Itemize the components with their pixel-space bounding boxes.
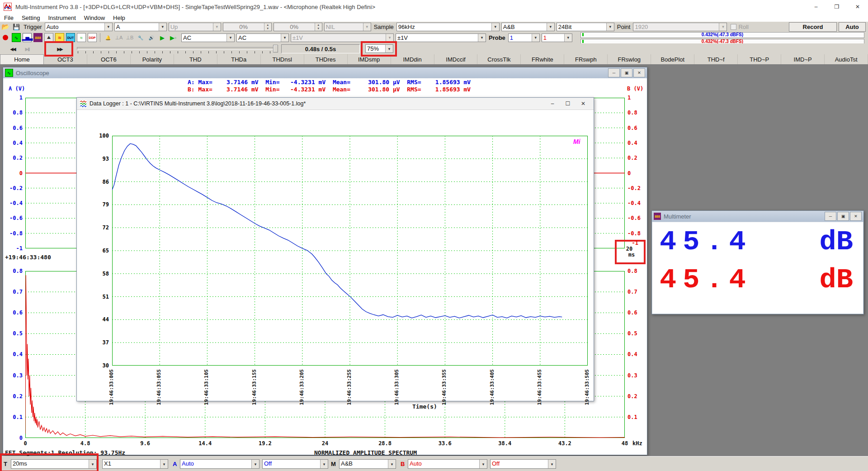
- record-points-select: 1920: [633, 23, 727, 31]
- minimize-icon[interactable]: –: [806, 0, 826, 14]
- sampling-channels-select[interactable]: A&B: [501, 23, 555, 31]
- range-b-select[interactable]: ±1V: [396, 33, 486, 42]
- tab-imdccif[interactable]: IMDccif: [434, 54, 478, 64]
- menu-help[interactable]: Help: [109, 14, 129, 21]
- spinner-arrows-icon[interactable]: ▲▼: [264, 23, 271, 31]
- menu-file[interactable]: File: [0, 14, 18, 21]
- tab-thda[interactable]: THDa: [217, 54, 261, 64]
- close-icon[interactable]: ✕: [850, 212, 862, 221]
- play-record-icon[interactable]: ▶○: [169, 33, 178, 42]
- restore-icon[interactable]: ▣: [621, 68, 632, 77]
- tab-polarity[interactable]: Polarity: [131, 54, 174, 64]
- fast-forward-button[interactable]: ▶▶: [53, 44, 66, 54]
- position-slider[interactable]: [77, 47, 278, 50]
- coupling-b-select[interactable]: AC: [236, 33, 289, 42]
- channel-b-range-select[interactable]: Auto: [408, 459, 487, 469]
- sound-device-icon[interactable]: 🔊: [147, 33, 156, 42]
- record-icon[interactable]: [1, 33, 10, 42]
- axis-tick-label: 0.3: [13, 372, 23, 379]
- data-logger-x-axis: 19:46:33:00519:46:33:05519:46:33:10519:4…: [112, 367, 588, 409]
- trigger-delay-spinner[interactable]: 0% ▲▼: [274, 23, 322, 31]
- axis-tick-label: 0.8: [627, 109, 637, 116]
- menu-instrument[interactable]: Instrument: [44, 14, 80, 21]
- math-channel-select[interactable]: A&B: [339, 459, 396, 469]
- speed-percent-select[interactable]: 75%: [365, 44, 393, 53]
- tab-frswph[interactable]: FRswph: [564, 54, 608, 64]
- data-logger-title: Data Logger : 1 - C:\VIRTINS Multi-Instr…: [90, 100, 306, 107]
- tab-thd~p[interactable]: THD~P: [738, 54, 781, 64]
- tab-thd[interactable]: THD: [174, 54, 217, 64]
- trigger-edge-select: Up: [169, 23, 221, 31]
- ddp-viewer-icon[interactable]: DDP: [88, 33, 97, 42]
- scope-left-axis-top: 10.80.60.40.20-0.2-0.4-0.6-0.8-1: [3, 98, 24, 248]
- tab-frswlog[interactable]: FRswlog: [608, 54, 651, 64]
- tab-oct3[interactable]: OCT3: [44, 54, 87, 64]
- minimize-icon[interactable]: ─: [825, 212, 836, 221]
- trigger-mode-select[interactable]: Auto: [45, 23, 113, 31]
- spinner-arrows-icon[interactable]: ▲▼: [315, 23, 322, 31]
- restore-icon[interactable]: ▣: [837, 212, 849, 221]
- calibration-icon[interactable]: 🔧: [136, 33, 145, 42]
- tab-frwhite[interactable]: FRwhite: [521, 54, 564, 64]
- tab-imddin[interactable]: IMDdin: [391, 54, 434, 64]
- spectrum-analyzer-icon[interactable]: ▂▅▃: [23, 33, 32, 42]
- tab-imd~p[interactable]: IMD~P: [781, 54, 825, 64]
- auto-scale-button[interactable]: Auto: [839, 22, 866, 32]
- tab-audiotst[interactable]: AudioTst: [825, 54, 868, 64]
- tab-thd~f[interactable]: THD~f: [694, 54, 738, 64]
- toolbar-sampling: 📂 💾 Trigger Auto A Up 0% ▲▼ 0% ▲▼ NIL Sa…: [0, 22, 868, 32]
- trigger-source-select[interactable]: A: [114, 23, 167, 31]
- menu-window[interactable]: Window: [80, 14, 109, 21]
- axis-tick-label: 0.4: [627, 351, 637, 357]
- tab-thdnsl[interactable]: THDnsl: [261, 54, 304, 64]
- sweep-time-select[interactable]: 20ms: [11, 459, 97, 469]
- channel-b-function-select[interactable]: Off: [490, 459, 556, 469]
- channel-a-function-select[interactable]: Off: [262, 459, 328, 469]
- close-icon[interactable]: ✕: [847, 0, 868, 14]
- toolbar-separator: [100, 33, 100, 42]
- tab-bodeplot[interactable]: BodePlot: [651, 54, 694, 64]
- axis-tick-label: 58: [103, 271, 109, 277]
- probe-b-select[interactable]: 1: [542, 33, 572, 42]
- save-file-icon[interactable]: 💾: [12, 22, 21, 31]
- play-icon[interactable]: ▶: [158, 33, 167, 42]
- trigger-level-spinner[interactable]: 0% ▲▼: [223, 23, 272, 31]
- data-logger-title-bar[interactable]: Data Logger : 1 - C:\VIRTINS Multi-Instr…: [77, 98, 594, 110]
- data-logger-icon[interactable]: ≈: [77, 33, 86, 42]
- sampling-rate-select[interactable]: 96kHz: [396, 23, 500, 31]
- signal-generator-icon[interactable]: ≋: [55, 33, 64, 42]
- oscilloscope-title-bar[interactable]: ∿ Oscilloscope ─ ▣ ✕: [3, 67, 647, 78]
- time-tick-label: 19:46:33:405: [489, 369, 495, 405]
- frequency-tick-label: 9.6: [140, 440, 150, 447]
- tab-imdsmp[interactable]: IMDsmp: [348, 54, 391, 64]
- probe-a-select[interactable]: 1: [508, 33, 540, 42]
- multimeter-icon[interactable]: 888: [33, 33, 42, 42]
- minimize-icon[interactable]: ─: [608, 68, 620, 77]
- tab-thdres[interactable]: THDres: [304, 54, 348, 64]
- close-icon[interactable]: ✕: [633, 68, 645, 77]
- maximize-icon[interactable]: ❐: [826, 0, 847, 14]
- tab-crosstlk[interactable]: CrossTlk: [477, 54, 521, 64]
- chevron-down-icon: [478, 34, 486, 42]
- close-icon[interactable]: ✕: [576, 98, 591, 109]
- mi-logo: Mi: [573, 138, 580, 145]
- spectrum-3d-plot-icon[interactable]: ⛰: [44, 33, 53, 42]
- oscilloscope-icon[interactable]: ∿: [12, 33, 21, 42]
- dut-test-icon[interactable]: DUT: [66, 33, 75, 42]
- data-logger-window: Data Logger : 1 - C:\VIRTINS Multi-Instr…: [76, 97, 594, 401]
- chevron-down-icon: [89, 460, 96, 468]
- tab-home[interactable]: Home: [0, 54, 44, 64]
- sampling-bits-select[interactable]: 24Bit: [557, 23, 614, 31]
- mute-icon[interactable]: 🔔: [104, 33, 113, 42]
- multiplier-select[interactable]: X1: [102, 459, 168, 469]
- minimize-icon[interactable]: –: [545, 98, 560, 109]
- multimeter-title-bar[interactable]: 888 Multimeter ─ ▣ ✕: [652, 211, 863, 222]
- record-button[interactable]: Record: [789, 22, 837, 32]
- maximize-icon[interactable]: ☐: [560, 98, 576, 109]
- tab-oct6[interactable]: OCT6: [87, 54, 131, 64]
- coupling-a-select[interactable]: AC: [181, 33, 235, 42]
- menu-setting[interactable]: Setting: [18, 14, 44, 21]
- rewind-button[interactable]: ◀◀: [6, 44, 19, 54]
- open-file-icon[interactable]: 📂: [1, 22, 10, 31]
- channel-a-range-select[interactable]: Auto: [180, 459, 259, 469]
